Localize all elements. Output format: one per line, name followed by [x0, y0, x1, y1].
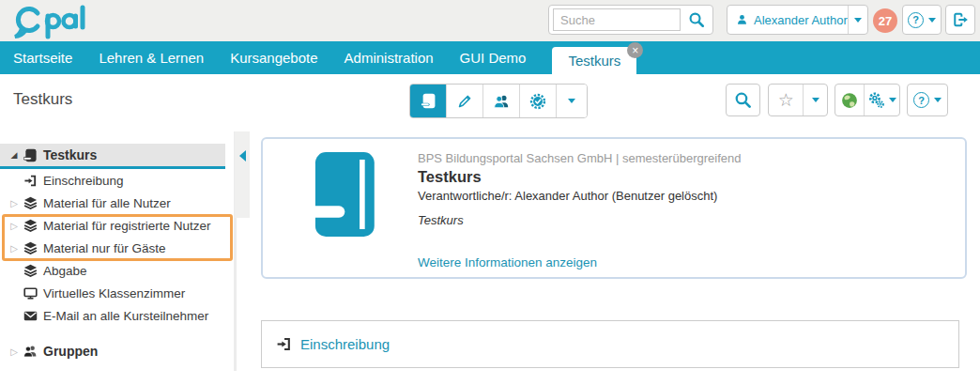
question-icon: ? [908, 12, 924, 28]
magnifier-icon [734, 91, 752, 109]
search-button[interactable] [681, 6, 712, 34]
course-search-button[interactable] [726, 84, 760, 116]
sidebar-item-material-registrierte-nutzer[interactable]: ▷ Material für registrierte Nutzer [0, 214, 235, 237]
collapse-sidebar-icon[interactable] [239, 150, 246, 162]
enter-icon [23, 174, 38, 188]
chevron-down-icon [854, 18, 862, 23]
gears-icon [868, 92, 884, 108]
book-icon [421, 93, 436, 109]
globe-icon [841, 92, 858, 109]
view-more-dropdown[interactable] [557, 85, 587, 117]
user-name: Alexander Author [754, 13, 848, 27]
course-title: Testkurs [418, 168, 741, 186]
question-icon: ? [913, 92, 929, 108]
tree-collapsed-icon[interactable]: ▷ [10, 243, 18, 254]
opal-app-window: Alexander Author 27 ? Startseite Lehren … [0, 0, 980, 385]
chevron-down-icon [928, 18, 936, 23]
tree-item-label: Material für registrierte Nutzer [43, 219, 211, 233]
top-header: Alexander Author 27 ? [0, 0, 980, 41]
monitor-icon [23, 286, 38, 300]
tree-item-label: Material für alle Nutzer [43, 196, 171, 210]
user-dropdown-toggle[interactable] [848, 6, 867, 34]
sidebar-item-email-kursteilnehmer[interactable]: E-Mail an alle Kursteilnehmer [0, 304, 235, 327]
tree-item-label: Gruppen [43, 344, 98, 359]
book-icon [302, 151, 381, 238]
layers-icon [23, 219, 38, 233]
settings-group [835, 84, 900, 116]
members-icon [493, 93, 510, 110]
tree-collapsed-icon[interactable]: ▷ [10, 198, 18, 208]
tree-item-label: Abgabe [43, 264, 87, 278]
chevron-down-icon [934, 98, 942, 102]
more-info-link[interactable]: Weitere Informationen anzeigen [418, 255, 597, 270]
course-description: Testkurs [418, 213, 741, 227]
main-nav-bar: Startseite Lehren & Lernen Kursangebote … [0, 41, 980, 74]
course-info-card: BPS Bildungsportal Sachsen GmbH | semest… [261, 137, 967, 279]
course-responsible: Verantwortliche/r: Alexander Author (Ben… [418, 189, 741, 203]
layers-icon [23, 264, 38, 278]
tree-item-label: Testkurs [43, 147, 97, 162]
tree-item-label: Virtuelles Klassenzimmer [43, 286, 185, 300]
pencil-icon [456, 93, 473, 110]
nav-tab-testkurs-active[interactable]: Testkurs × [552, 47, 636, 74]
search-input[interactable] [553, 8, 681, 31]
help-menu-button[interactable]: ? [902, 5, 942, 35]
nav-tab-administration[interactable]: Administration [345, 50, 434, 66]
sidebar-item-einschreibung[interactable]: Einschreibung [0, 169, 235, 192]
favorite-dropdown[interactable] [804, 85, 827, 116]
enrollment-link[interactable]: Einschreibung [300, 336, 390, 352]
sidebar-item-material-alle-nutzer[interactable]: ▷ Material für alle Nutzer [0, 192, 235, 214]
enter-icon [276, 336, 292, 352]
course-meta: BPS Bildungsportal Sachsen GmbH | semest… [418, 151, 741, 165]
active-tab-label: Testkurs [568, 53, 620, 69]
tree-item-label: Einschreibung [43, 174, 124, 188]
course-help-button[interactable]: ? [907, 84, 948, 116]
tree-collapsed-icon[interactable]: ▷ [10, 221, 18, 231]
course-view-toolbar [409, 84, 588, 118]
opal-logo [9, 3, 103, 40]
tree-expanded-icon[interactable]: ◢ [11, 150, 18, 160]
tree-item-label: E-Mail an alle Kursteilnehmer [43, 309, 208, 323]
panel-divider-handle-bar [235, 131, 250, 218]
members-button[interactable] [483, 85, 520, 117]
sidebar-item-material-nur-gaeste[interactable]: ▷ Material nur für Gäste [0, 237, 235, 259]
favorite-group: ☆ [768, 84, 828, 116]
course-view-button[interactable] [410, 85, 447, 117]
enrollment-box: Einschreibung [261, 320, 959, 368]
assessment-button[interactable] [520, 85, 557, 117]
nav-tab-lehren-lernen[interactable]: Lehren & Lernen [99, 50, 204, 66]
book-icon [23, 148, 38, 162]
caret-down-icon [889, 98, 896, 102]
sidebar-item-abgabe[interactable]: Abgabe [0, 259, 235, 282]
layers-icon [23, 241, 38, 255]
group-icon [23, 344, 38, 359]
person-icon [736, 12, 748, 27]
logout-button[interactable] [945, 5, 975, 35]
tree-item-label: Material nur für Gäste [43, 241, 166, 255]
page-title: Testkurs [13, 90, 72, 109]
star-icon: ☆ [778, 89, 794, 111]
edit-course-button[interactable] [447, 85, 483, 117]
exit-icon [952, 11, 969, 28]
tree-collapsed-icon[interactable]: ▷ [10, 346, 18, 357]
user-menu-button[interactable]: Alexander Author [727, 5, 868, 35]
notification-count-badge[interactable]: 27 [873, 8, 897, 33]
nav-tab-gui-demo[interactable]: GUI Demo [460, 50, 527, 66]
tools-dropdown[interactable] [865, 85, 899, 116]
certificate-icon [529, 93, 546, 110]
global-search [548, 5, 713, 35]
layers-icon [23, 196, 38, 210]
magnifier-icon [688, 11, 705, 28]
favorite-button[interactable]: ☆ [769, 85, 804, 116]
caret-down-icon [568, 99, 575, 103]
caret-down-icon [812, 98, 819, 102]
nav-tab-startseite[interactable]: Startseite [13, 50, 72, 66]
nav-tab-kursangebote[interactable]: Kursangebote [230, 50, 317, 66]
sidebar-item-gruppen[interactable]: ▷ Gruppen [0, 340, 235, 362]
sidebar-item-testkurs[interactable]: ◢ Testkurs [0, 144, 225, 169]
sidebar-item-virtuelles-klassenzimmer[interactable]: Virtuelles Klassenzimmer [0, 282, 235, 304]
envelope-icon [23, 309, 38, 323]
language-button[interactable] [835, 85, 865, 116]
course-info-text: BPS Bildungsportal Sachsen GmbH | semest… [418, 151, 741, 227]
close-icon[interactable]: × [627, 42, 643, 58]
